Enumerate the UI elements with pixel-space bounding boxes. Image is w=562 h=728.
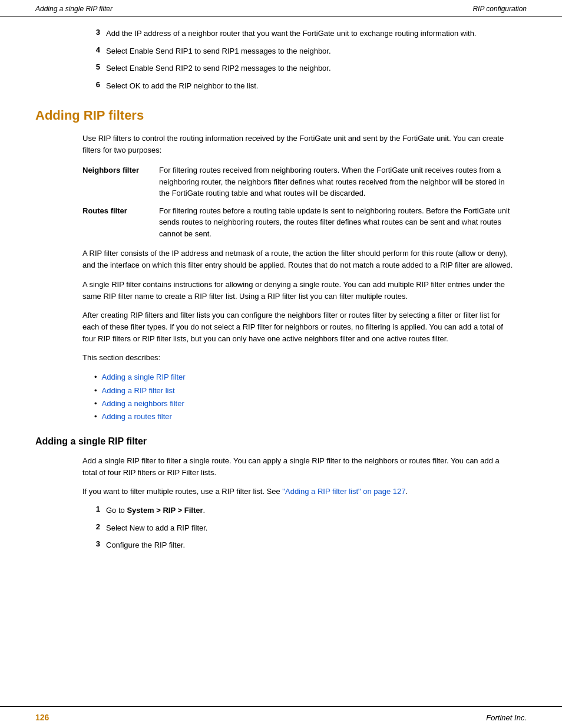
numbered-item: 6 Select OK to add the RIP neighbor to t… bbox=[82, 80, 515, 92]
item-text: Select Enable Send RIP1 to send RIP1 mes… bbox=[106, 45, 515, 57]
item-text: Select Enable Send RIP2 to send RIP2 mes… bbox=[106, 62, 515, 74]
sub-para-2-suffix: . bbox=[406, 487, 408, 496]
step-text: Go to System > RIP > Filter. bbox=[106, 505, 515, 516]
header-left: Adding a single RIP filter bbox=[35, 5, 113, 13]
intro-items: 3 Add the IP address of a neighbor route… bbox=[82, 28, 515, 91]
paragraph-2: A single RIP filter contains instruction… bbox=[82, 279, 515, 302]
definition-row: Routes filter For filtering routes befor… bbox=[82, 205, 515, 240]
sub-para-2-link[interactable]: "Adding a RIP filter list" on page 127 bbox=[282, 487, 405, 496]
paragraph-3: After creating RIP filters and filter li… bbox=[82, 309, 515, 345]
step-number: 3 bbox=[82, 539, 100, 548]
footer-page-number: 126 bbox=[35, 713, 49, 722]
sub-section-title: Adding a single RIP filter bbox=[35, 436, 527, 447]
list-item: Adding a RIP filter list bbox=[94, 384, 515, 397]
intro-paragraph: Use RIP filters to control the routing i… bbox=[82, 133, 515, 156]
item-number: 5 bbox=[82, 62, 100, 71]
item-number: 6 bbox=[82, 80, 100, 89]
def-term-neighbors: Neighbors filter bbox=[82, 164, 159, 176]
main-content: 3 Add the IP address of a neighbor route… bbox=[0, 28, 562, 575]
numbered-item: 4 Select Enable Send RIP1 to send RIP1 m… bbox=[82, 45, 515, 57]
sub-section-content: Add a single RIP filter to filter a sing… bbox=[82, 455, 515, 551]
link-rip-filter-list[interactable]: Adding a RIP filter list bbox=[102, 384, 175, 397]
item-number: 4 bbox=[82, 45, 100, 54]
section-title: Adding RIP filters bbox=[35, 108, 527, 123]
sub-para-2: If you want to filter multiple routes, u… bbox=[82, 486, 515, 498]
step-bold: System > RIP > Filter bbox=[127, 506, 203, 515]
numbered-item: 5 Select Enable Send RIP2 to send RIP2 m… bbox=[82, 62, 515, 74]
def-desc-routes: For filtering routes before a routing ta… bbox=[159, 205, 515, 240]
paragraph-4: This section describes: bbox=[82, 352, 515, 364]
main-section-content: Use RIP filters to control the routing i… bbox=[82, 133, 515, 423]
page-header: Adding a single RIP filter RIP configura… bbox=[0, 0, 562, 17]
list-item: Adding a neighbors filter bbox=[94, 397, 515, 410]
def-desc-neighbors: For filtering routes received from neigh… bbox=[159, 164, 515, 199]
header-right: RIP configuration bbox=[472, 5, 527, 13]
item-text: Select OK to add the RIP neighbor to the… bbox=[106, 80, 515, 92]
list-item: Adding a single RIP filter bbox=[94, 371, 515, 384]
definition-table: Neighbors filter For filtering routes re… bbox=[82, 164, 515, 239]
def-term-routes: Routes filter bbox=[82, 205, 159, 217]
step-text: Configure the RIP filter. bbox=[106, 539, 515, 551]
page: Adding a single RIP filter RIP configura… bbox=[0, 0, 562, 728]
link-single-rip-filter[interactable]: Adding a single RIP filter bbox=[102, 371, 186, 384]
numbered-item: 3 Add the IP address of a neighbor route… bbox=[82, 28, 515, 39]
step-1: 1 Go to System > RIP > Filter. bbox=[82, 505, 515, 516]
item-text: Add the IP address of a neighbor router … bbox=[106, 28, 515, 39]
link-routes-filter[interactable]: Adding a routes filter bbox=[102, 410, 172, 423]
definition-row: Neighbors filter For filtering routes re… bbox=[82, 164, 515, 199]
step-number: 2 bbox=[82, 522, 100, 531]
footer-company: Fortinet Inc. bbox=[486, 713, 527, 722]
sub-para-2-prefix: If you want to filter multiple routes, u… bbox=[82, 487, 282, 496]
sub-para-1: Add a single RIP filter to filter a sing… bbox=[82, 455, 515, 479]
step-3: 3 Configure the RIP filter. bbox=[82, 539, 515, 551]
item-number: 3 bbox=[82, 28, 100, 37]
links-list: Adding a single RIP filter Adding a RIP … bbox=[94, 371, 515, 423]
list-item: Adding a routes filter bbox=[94, 410, 515, 423]
link-neighbors-filter[interactable]: Adding a neighbors filter bbox=[102, 397, 184, 410]
step-2: 2 Select New to add a RIP filter. bbox=[82, 522, 515, 534]
step-text: Select New to add a RIP filter. bbox=[106, 522, 515, 534]
page-footer: 126 Fortinet Inc. bbox=[0, 706, 562, 728]
step-number: 1 bbox=[82, 505, 100, 513]
paragraph-1: A RIP filter consists of the IP address … bbox=[82, 248, 515, 271]
